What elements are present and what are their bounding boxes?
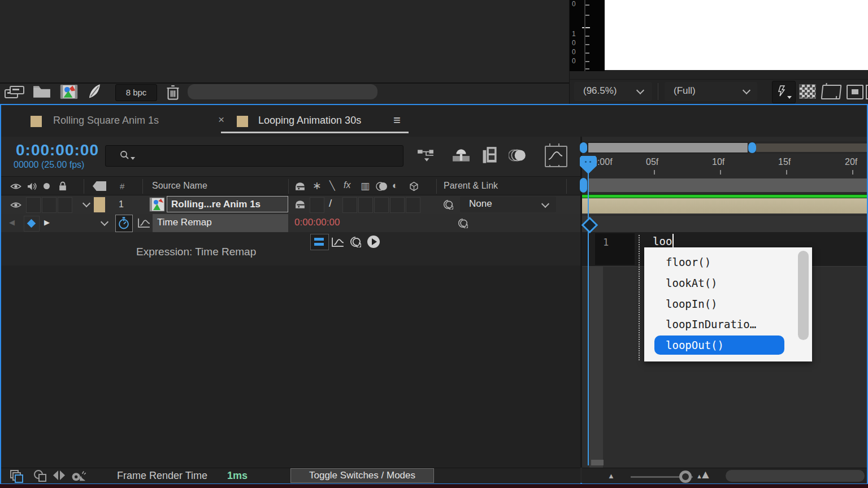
- property-name-cell[interactable]: Time Remap: [153, 214, 288, 232]
- graph-editor-button[interactable]: [545, 146, 567, 167]
- motion-blur-column-icon[interactable]: [376, 181, 388, 191]
- layer-row[interactable]: 1 Rolling...re Anim 1s / None: [1, 195, 580, 215]
- quality-column-icon[interactable]: ╲: [329, 180, 335, 191]
- folder-icon[interactable]: [33, 85, 51, 98]
- project-horizontal-scrollbar[interactable]: [188, 84, 377, 99]
- expression-pick-whip-icon[interactable]: [350, 236, 361, 247]
- magnification-select[interactable]: (96.5%): [574, 82, 652, 101]
- autocomplete-item[interactable]: lookAt(): [644, 273, 812, 294]
- panel-menu-icon[interactable]: ≡: [393, 113, 401, 128]
- fast-preview-button[interactable]: [772, 81, 796, 103]
- adjustment-layer-column-icon[interactable]: ◐: [392, 180, 398, 191]
- toggle-switches-modes-button[interactable]: Toggle Switches / Modes: [290, 468, 434, 483]
- navigator-start-handle[interactable]: [580, 142, 587, 153]
- layer-duration-bar[interactable]: [582, 198, 867, 215]
- index-column-header[interactable]: #: [120, 181, 124, 191]
- frame-blend-column-icon[interactable]: ▥: [361, 180, 370, 192]
- motion-blur-toggle-cell[interactable]: [374, 197, 389, 213]
- trash-icon[interactable]: [166, 84, 180, 100]
- expand-layer-switches-icon[interactable]: [10, 470, 24, 481]
- layer-quality-toggle[interactable]: /: [329, 197, 332, 210]
- clipped-button[interactable]: [866, 85, 868, 99]
- next-keyframe-button[interactable]: ▶: [44, 218, 50, 226]
- expression-language-menu-button[interactable]: [367, 236, 380, 248]
- editor-code-text[interactable]: loo: [653, 235, 672, 247]
- work-area-bar[interactable]: [588, 178, 867, 192]
- draft-3d-icon[interactable]: [452, 148, 470, 163]
- playhead-line[interactable]: [588, 157, 589, 465]
- tab-rolling-square[interactable]: Rolling Square Anim 1s: [23, 105, 203, 137]
- layer-visibility-eye-icon[interactable]: [10, 202, 21, 208]
- timeline-horizontal-scrollbar[interactable]: [726, 470, 865, 482]
- property-track-row[interactable]: [582, 216, 867, 232]
- time-remap-row[interactable]: ◀ ▶ Time Remap 0:00:00:00: [1, 214, 580, 232]
- work-area-start-handle[interactable]: [580, 178, 587, 193]
- collapse-toggle-cell[interactable]: [310, 197, 324, 213]
- zoom-out-mountain-icon[interactable]: ▲: [607, 472, 615, 480]
- adjustment-toggle-cell[interactable]: [390, 197, 405, 213]
- timeline-zoom-slider-knob[interactable]: [679, 470, 692, 483]
- layer-name-box[interactable]: Rolling...re Anim 1s: [167, 196, 288, 212]
- expression-enable-button[interactable]: [310, 234, 329, 250]
- source-name-column-header[interactable]: Source Name: [152, 181, 207, 191]
- 3d-toggle-cell[interactable]: [406, 197, 420, 213]
- video-column-eye-icon[interactable]: [10, 183, 21, 190]
- autocomplete-scrollbar[interactable]: [798, 251, 809, 340]
- current-time-display[interactable]: 0:00:00:00: [16, 141, 99, 159]
- stopwatch-button[interactable]: [115, 215, 133, 232]
- collapse-column-icon[interactable]: ∗: [313, 179, 322, 192]
- comp-viewer[interactable]: [605, 0, 868, 70]
- effects-column-icon[interactable]: fx: [344, 180, 350, 190]
- guide-options-button[interactable]: [847, 85, 863, 99]
- chevron-down-icon: [787, 96, 792, 99]
- label-column-tag-icon[interactable]: [93, 181, 106, 191]
- tab-close-button[interactable]: ×: [218, 114, 224, 126]
- parent-select[interactable]: None: [460, 197, 556, 212]
- render-time-pane-snail-icon[interactable]: [71, 470, 86, 481]
- autocomplete-item[interactable]: loopIn(): [644, 294, 812, 315]
- parent-pick-whip-icon[interactable]: [443, 199, 453, 210]
- solo-toggle-cell[interactable]: [42, 197, 57, 213]
- previous-keyframe-button[interactable]: ◀: [9, 218, 15, 226]
- motion-blur-icon[interactable]: [509, 148, 527, 163]
- feather-icon[interactable]: [87, 84, 103, 99]
- property-twirl-icon[interactable]: [101, 218, 108, 226]
- transparency-grid-button[interactable]: [799, 84, 816, 99]
- expand-transfer-controls-icon[interactable]: [34, 470, 47, 481]
- autocomplete-item[interactable]: loopInDuratio…: [644, 314, 812, 335]
- effects-toggle-cell[interactable]: [342, 197, 357, 213]
- layer-twirl-icon[interactable]: [83, 199, 90, 207]
- property-pick-whip-icon[interactable]: [458, 218, 468, 228]
- lock-toggle-cell[interactable]: [58, 197, 72, 213]
- comp-mini-flowchart-icon[interactable]: [417, 148, 434, 163]
- lock-column-icon[interactable]: [59, 181, 67, 191]
- frame-blend-toggle-cell[interactable]: [358, 197, 373, 213]
- interpret-footage-icon[interactable]: [5, 85, 25, 99]
- time-ruler[interactable]: 0:00f 05f 10f 15f 20f: [582, 154, 867, 177]
- autocomplete-item-selected[interactable]: loopOut(): [654, 336, 784, 355]
- property-value[interactable]: 0:00:00:00: [294, 217, 340, 228]
- frame-blending-icon[interactable]: [481, 146, 497, 164]
- autocomplete-item[interactable]: floor(): [644, 252, 812, 273]
- layer-label-swatch[interactable]: [94, 197, 105, 212]
- bit-depth-button[interactable]: 8 bpc: [115, 84, 157, 101]
- shy-column-icon[interactable]: [295, 182, 305, 191]
- 3d-layer-column-icon[interactable]: [409, 181, 419, 191]
- autocomplete-item-clipped[interactable]: loopOutDurati: [644, 357, 812, 361]
- search-input[interactable]: [105, 145, 403, 167]
- keyframe-toggle-box[interactable]: [24, 216, 40, 232]
- audio-toggle-cell[interactable]: [26, 197, 41, 213]
- layer-shy-icon[interactable]: [295, 200, 305, 209]
- resolution-select[interactable]: (Full): [665, 82, 757, 101]
- parent-link-column-header[interactable]: Parent & Link: [444, 181, 498, 191]
- navigator-bar[interactable]: [588, 142, 748, 153]
- include-in-graph-icon[interactable]: [138, 217, 150, 228]
- footage-item-icon[interactable]: [60, 84, 78, 99]
- expression-graph-icon[interactable]: [332, 237, 344, 247]
- audio-column-speaker-icon[interactable]: [27, 182, 37, 191]
- project-panel-content[interactable]: [0, 0, 569, 84]
- region-of-interest-button[interactable]: [821, 85, 842, 99]
- navigator-end-handle[interactable]: [748, 142, 756, 153]
- expand-in-out-panes-icon[interactable]: [53, 470, 67, 481]
- solo-column-icon[interactable]: [44, 183, 50, 189]
